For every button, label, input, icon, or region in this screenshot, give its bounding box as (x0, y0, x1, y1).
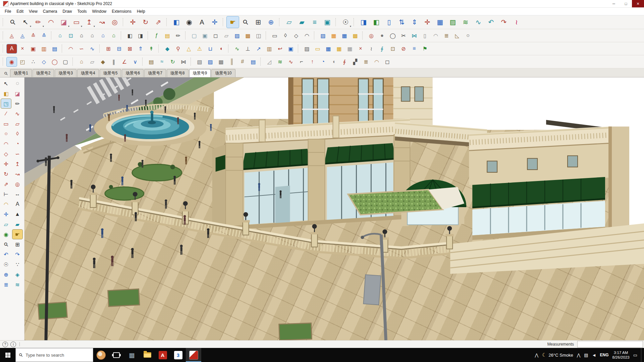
hatch-blue-tool[interactable]: ▨ (205, 57, 215, 66)
follow-me-tool[interactable]: ↝ (12, 169, 22, 179)
terrain-tool[interactable]: ≋ (275, 57, 285, 66)
hatch-gray-tool[interactable]: ▨ (302, 44, 312, 53)
scene-tab[interactable]: 场景号5 (100, 69, 121, 77)
scene-tab[interactable]: 场景号9 (189, 69, 211, 77)
cone-tool[interactable]: △ (184, 44, 194, 53)
taskbar-search[interactable]: ⚲ Type here to search (15, 348, 93, 362)
line-tool-caret[interactable]: ▾ (43, 25, 44, 28)
eraser-tool[interactable]: ◪ (12, 89, 22, 98)
xray-mode[interactable]: ▢ (189, 31, 199, 40)
weather-widget[interactable]: ☾ 26°C Smoke (542, 352, 573, 358)
grid-blue-tool[interactable]: ▦ (339, 31, 350, 40)
paint-all-tool[interactable]: ◨ (358, 16, 370, 28)
fix-problems-tool[interactable]: ⚠ (195, 44, 205, 53)
scene-tab[interactable]: 场景号2 (33, 69, 54, 77)
curl-tool[interactable]: ≀ (511, 16, 523, 28)
file-explorer-button[interactable] (140, 348, 155, 362)
pipe-tool[interactable]: ○ (463, 31, 473, 40)
walk-tool[interactable]: ∵ (12, 260, 22, 269)
menu-item[interactable]: Draw (60, 8, 75, 14)
front-view[interactable]: ⌂ (76, 31, 87, 40)
grid-small-blue[interactable]: ▦ (323, 44, 333, 53)
close-button[interactable]: × (632, 0, 644, 7)
scene-manager-tool[interactable]: ▣ (321, 16, 333, 28)
arch-tool[interactable]: ◠ (372, 57, 382, 66)
monochrome-mode[interactable]: ◫ (254, 31, 264, 40)
protractor-tool[interactable]: ◠ (1, 199, 11, 209)
section-display-tool[interactable]: ≡ (309, 16, 321, 28)
paint-bucket-tool[interactable]: ◧ (1, 89, 11, 98)
scene-tab[interactable]: 场景号7 (144, 69, 166, 77)
eraser-tool[interactable]: ◪▾ (58, 16, 70, 28)
pan-tool[interactable]: ☛ (227, 16, 239, 28)
grid-small-yellow[interactable]: ▦ (334, 44, 344, 53)
select-tool[interactable]: ↖ (1, 79, 11, 88)
geo-location-tool[interactable]: ⊕ (1, 270, 11, 279)
notification-icon[interactable]: ▭ (633, 353, 637, 358)
curve-undo-tool[interactable]: ↶ (485, 16, 497, 28)
help-icon[interactable]: ? (2, 342, 8, 347)
lattice-tool[interactable]: ▩ (350, 31, 360, 40)
right-view[interactable]: ⌂ (109, 31, 119, 40)
scene-search-icon[interactable]: ⚲ (1, 69, 11, 78)
round-corner-tool[interactable]: ◖ (216, 44, 226, 53)
select-tool[interactable]: ↖▾ (19, 16, 32, 28)
slope-tool[interactable]: ◿ (264, 57, 274, 66)
menu-item[interactable]: Edit (14, 8, 26, 14)
swatch-blue-tool[interactable]: ▤ (50, 44, 60, 53)
red-target-tool[interactable]: ◉ (7, 57, 17, 66)
tape-measure-tool[interactable]: ⊢ (1, 189, 11, 199)
shape-ellipse[interactable]: ◊ (280, 31, 290, 40)
section-plane-tool[interactable]: ▱ (1, 220, 11, 229)
maximize-button[interactable]: □ (620, 0, 632, 7)
lawn-patches[interactable] (38, 289, 312, 340)
grid-small-gray[interactable]: ▦ (345, 44, 355, 53)
back-edges-mode[interactable]: ▣ (200, 31, 210, 40)
menu-item[interactable]: Camera (40, 8, 60, 14)
arrow-ne-tool[interactable]: ↗ (254, 44, 264, 53)
screen-panel-tool[interactable]: ▤ (248, 57, 258, 66)
scene-tab[interactable]: 场景号10 (211, 69, 235, 77)
iso-view[interactable]: ⌂ (55, 31, 65, 40)
rail-tool[interactable]: ≣ (361, 57, 371, 66)
offset-tool[interactable]: ◎ (12, 179, 22, 189)
nested-boxes-tool[interactable]: ⊡ (388, 44, 398, 53)
stack-blue-tool[interactable]: ≙ (39, 31, 49, 40)
scene-tab[interactable]: 场景号4 (77, 69, 99, 77)
note-tool[interactable]: ▤ (162, 31, 172, 40)
paint-bucket-tool[interactable]: ◧ (170, 16, 182, 28)
mirror-plugin-tool[interactable]: ⋈ (178, 57, 189, 66)
scene-tab[interactable]: 场景号3 (55, 69, 76, 77)
next-view-tool[interactable]: ↷ (12, 250, 22, 259)
arc-plugin-tool[interactable]: ◠ (66, 44, 76, 53)
uv-mapping-tool[interactable]: ▨ (447, 16, 459, 28)
color-palette-tool[interactable]: ▥ (39, 44, 49, 53)
fredo-tools[interactable]: ƒ (152, 31, 162, 40)
chevron-up-icon[interactable]: ⋀ (535, 353, 538, 358)
scale-tool[interactable]: ⇗ (152, 16, 164, 28)
pencil-tool[interactable]: ✏ (12, 99, 22, 108)
fence-tool[interactable]: # (237, 57, 248, 66)
dimension-tool[interactable]: ↔ (12, 189, 22, 199)
push-pull-tool[interactable]: ↥▾ (83, 16, 95, 28)
circle-tool[interactable]: ○ (1, 129, 11, 138)
corgi-shortcut[interactable] (93, 348, 109, 362)
flag-tool[interactable]: ⚑ (420, 44, 430, 53)
scissors-tool[interactable]: ✂ (398, 31, 409, 40)
sphere-tool[interactable]: ● (377, 31, 387, 40)
wireframe-mode[interactable]: ◻ (211, 31, 221, 40)
perspective-toggle[interactable]: ◧ (125, 31, 135, 40)
circle-plugin-tool[interactable]: ◯ (50, 57, 60, 66)
push-pull-tool[interactable]: ↥ (12, 159, 22, 169)
scene-tab[interactable]: 场景号8 (167, 69, 189, 77)
left-view[interactable]: ⌂ (98, 31, 108, 40)
minimize-button[interactable]: ─ (608, 0, 620, 7)
scene-tab[interactable]: 场景号6 (122, 69, 144, 77)
rectangle-tool-caret[interactable]: ▾ (81, 25, 82, 28)
select-tool-caret[interactable]: ▾ (30, 25, 31, 28)
vertical-ruler-tool[interactable]: ▯ (383, 16, 395, 28)
ruler-tool[interactable]: ▭ (313, 44, 323, 53)
hidden-icons-chevron[interactable]: ⋀ (577, 353, 581, 358)
column-tool[interactable]: ║ (227, 57, 237, 66)
shape-arc[interactable]: ◠ (302, 31, 312, 40)
